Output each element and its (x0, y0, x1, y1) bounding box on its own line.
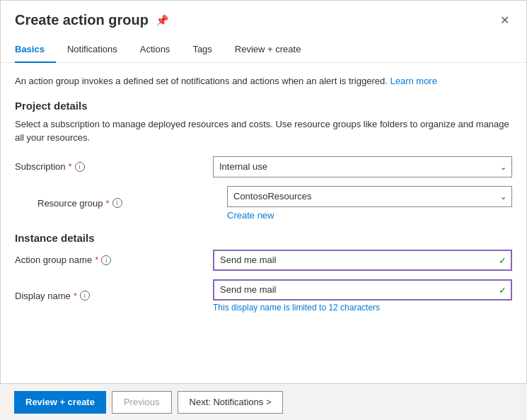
display-name-info-icon[interactable]: i (80, 291, 90, 301)
tabs-bar: Basics Notifications Actions Tags Review… (1, 38, 526, 63)
resource-group-select-wrapper: ContosoResources ⌄ (227, 186, 512, 207)
dialog-header: Create action group 📌 ✕ (1, 1, 526, 38)
display-name-input[interactable] (213, 279, 512, 301)
content-area: An action group invokes a defined set of… (1, 63, 526, 391)
tab-notifications[interactable]: Notifications (56, 38, 129, 63)
info-text: An action group invokes a defined set of… (15, 74, 512, 88)
action-group-name-required: * (95, 255, 98, 265)
subscription-select[interactable]: Internal use (213, 156, 512, 177)
action-group-name-label: Action group name * i (15, 255, 199, 265)
dialog-title: Create action group (15, 12, 149, 28)
display-name-input-wrapper: ✓ (213, 279, 512, 301)
tab-review-create[interactable]: Review + create (224, 38, 313, 63)
tab-basics[interactable]: Basics (15, 38, 56, 63)
previous-button[interactable]: Previous (112, 391, 172, 414)
learn-more-link[interactable]: Learn more (390, 76, 436, 86)
action-group-name-form-row: Action group name * i ✓ (15, 250, 512, 271)
resource-group-info-icon[interactable]: i (112, 198, 122, 208)
resource-group-form-row: Resource group * i ContosoResources ⌄ Cr… (15, 186, 512, 221)
subscription-required: * (69, 161, 72, 172)
instance-details-section: Instance details Action group name * i ✓ (15, 232, 512, 313)
close-icon[interactable]: ✕ (497, 11, 512, 30)
project-details-desc: Select a subscription to manage deployed… (15, 117, 512, 145)
subscription-form-row: Subscription * i Internal use ⌄ (15, 156, 512, 177)
action-group-name-info-icon[interactable]: i (101, 255, 111, 265)
display-name-form-row: Display name * i ✓ This display name is … (15, 279, 512, 313)
char-limit-note: This display name is limited to 12 chara… (213, 303, 512, 313)
review-create-button[interactable]: Review + create (14, 391, 106, 414)
resource-group-select[interactable]: ContosoResources (227, 186, 512, 207)
subscription-label: Subscription * i (15, 161, 199, 172)
instance-details-title: Instance details (15, 232, 512, 244)
display-name-label: Display name * i (15, 291, 199, 301)
create-new-link[interactable]: Create new (227, 210, 274, 221)
subscription-info-icon[interactable]: i (75, 162, 85, 172)
project-details-title: Project details (15, 100, 512, 112)
dialog-footer: Review + create Previous Next: Notificat… (0, 383, 527, 420)
resource-group-required: * (106, 198, 110, 209)
tab-actions[interactable]: Actions (129, 38, 182, 63)
subscription-select-wrapper: Internal use ⌄ (213, 156, 512, 177)
resource-group-label: Resource group * i (37, 198, 213, 209)
action-group-name-input-wrapper: ✓ (213, 250, 512, 271)
pin-icon[interactable]: 📌 (156, 14, 169, 27)
action-group-name-input[interactable] (213, 250, 512, 271)
tab-tags[interactable]: Tags (181, 38, 223, 63)
next-button[interactable]: Next: Notifications > (178, 391, 284, 414)
display-name-required: * (74, 291, 77, 301)
